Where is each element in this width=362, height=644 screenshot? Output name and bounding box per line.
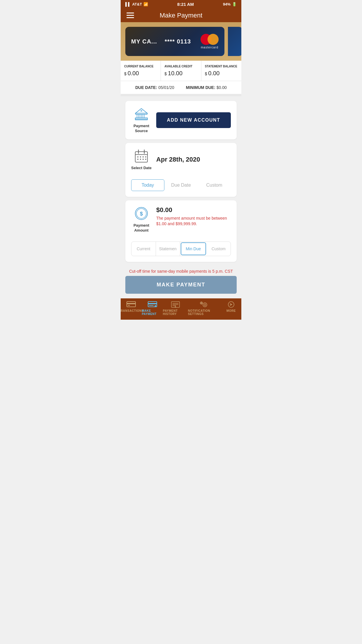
battery-icon: 🔋 <box>232 2 237 6</box>
amount-options: Current Statemen Min Due Custom <box>131 242 231 256</box>
svg-point-14 <box>143 156 144 158</box>
nav-transactions[interactable]: TRANSACTIONS <box>121 301 142 316</box>
status-right: 94% 🔋 <box>223 2 237 6</box>
amount-icon-area: $ PaymentAmount <box>131 206 152 233</box>
nav-payment-history-label: PAYMENT HISTORY <box>163 309 188 316</box>
svg-point-36 <box>204 304 206 306</box>
payment-amount-label: PaymentAmount <box>133 223 149 233</box>
nav-more[interactable]: MORE <box>221 301 241 316</box>
available-credit-amount: $ 10.00 <box>164 70 197 77</box>
date-option-today[interactable]: Today <box>131 179 164 191</box>
due-date-value: 05/01/20 <box>158 85 174 90</box>
svg-marker-3 <box>136 108 147 113</box>
svg-rect-24 <box>127 303 136 304</box>
svg-point-16 <box>137 159 138 160</box>
nav-transactions-label: TRANSACTIONS <box>121 309 144 312</box>
transactions-icon <box>126 301 136 308</box>
credit-card[interactable]: MY CA... **** 0113 mastercard <box>125 27 224 56</box>
svg-text:$: $ <box>140 211 143 217</box>
amount-top-row: $ PaymentAmount $0.00 The payment amount… <box>131 206 231 233</box>
select-date-card: Select Date Apr 28th, 2020 Today Due Dat… <box>125 143 237 197</box>
battery-percent: 94% <box>223 2 231 6</box>
wifi-icon: 📶 <box>143 2 148 6</box>
svg-rect-5 <box>140 114 141 118</box>
notification-settings-icon <box>200 301 209 308</box>
statement-balance-item: STATEMENT BALANCE $ 0.00 <box>201 61 241 81</box>
minimum-due-item: MINIMUM DUE: $0.00 <box>186 85 227 90</box>
payment-source-card: PaymentSource ADD NEW ACCOUNT <box>125 101 237 139</box>
amount-option-min-due[interactable]: Min Due <box>181 242 206 255</box>
bottom-nav: TRANSACTIONS MAKE PAYMENT $ PAYMENT HIST… <box>121 298 241 320</box>
nav-notification-settings-label: NOTIFICATION SETTINGS <box>188 309 221 316</box>
mc-circle-right <box>208 34 219 45</box>
date-top-row: Select Date Apr 28th, 2020 <box>131 149 231 171</box>
svg-rect-25 <box>128 305 130 306</box>
card-number: **** 0113 <box>165 38 191 45</box>
current-balance-item: CURRENT BALANCE $ 0.00 <box>121 61 161 81</box>
svg-rect-27 <box>148 303 157 304</box>
make-payment-button[interactable]: MAKE PAYMENT <box>125 276 237 294</box>
mastercard-logo: mastercard <box>201 34 219 49</box>
bank-icon <box>134 107 149 121</box>
statement-balance-amount: $ 0.00 <box>205 70 238 77</box>
svg-point-19 <box>145 159 146 160</box>
card-partial <box>228 27 241 56</box>
select-date-label: Select Date <box>131 166 152 171</box>
nav-more-label: MORE <box>226 309 236 312</box>
svg-rect-4 <box>137 114 138 118</box>
svg-point-17 <box>140 159 141 160</box>
date-option-due-date[interactable]: Due Date <box>164 179 198 191</box>
mastercard-text: mastercard <box>201 46 218 49</box>
dollar-circle-icon: $ <box>134 206 149 221</box>
payment-history-icon: $ <box>171 301 180 308</box>
svg-point-18 <box>143 159 144 160</box>
more-icon <box>226 301 236 308</box>
calendar-icon <box>134 149 149 163</box>
current-balance-label: CURRENT BALANCE <box>124 65 157 68</box>
date-options: Today Due Date Custom <box>131 179 231 191</box>
payment-source-icon-area: PaymentSource <box>131 107 152 134</box>
svg-point-13 <box>140 156 141 158</box>
status-left: ▌▌ AT&T 📶 <box>125 2 148 6</box>
svg-point-35 <box>203 303 207 307</box>
hamburger-menu[interactable] <box>126 13 134 18</box>
available-credit-item: AVAILABLE CREDIT $ 10.00 <box>161 61 201 81</box>
cutoff-notice: Cut-off time for same-day mobile payment… <box>121 267 241 276</box>
card-name-number: MY CA... **** 0113 <box>131 38 191 45</box>
nav-make-payment-label: MAKE PAYMENT <box>142 309 163 316</box>
card-name: MY CA... <box>131 38 157 45</box>
carrier-name: AT&T <box>132 2 142 6</box>
signal-icon: ▌▌ <box>125 2 131 6</box>
svg-rect-2 <box>135 119 147 120</box>
amount-details: $0.00 The payment amount must be between… <box>156 206 231 227</box>
payment-amount-card: $ PaymentAmount $0.00 The payment amount… <box>125 200 237 262</box>
balance-row: CURRENT BALANCE $ 0.00 AVAILABLE CREDIT … <box>121 61 241 81</box>
card-carousel: MY CA... **** 0113 mastercard <box>121 22 241 61</box>
svg-rect-6 <box>143 114 144 118</box>
available-credit-label: AVAILABLE CREDIT <box>164 65 197 68</box>
amount-option-statement[interactable]: Statemen <box>156 242 180 256</box>
nav-make-payment[interactable]: MAKE PAYMENT <box>142 301 163 316</box>
due-date-item: DUE DATE: 05/01/20 <box>135 85 174 90</box>
svg-text:$: $ <box>175 305 176 308</box>
page-title: Make Payment <box>160 12 203 19</box>
current-date-value: Apr 28th, 2020 <box>156 156 200 163</box>
amount-option-custom[interactable]: Custom <box>207 242 231 256</box>
nav-notification-settings[interactable]: NOTIFICATION SETTINGS <box>188 301 221 316</box>
date-icon-area: Select Date <box>131 149 152 171</box>
header: Make Payment <box>121 8 241 22</box>
date-option-custom[interactable]: Custom <box>198 179 231 191</box>
add-new-account-button[interactable]: ADD NEW ACCOUNT <box>156 112 231 128</box>
nav-payment-history[interactable]: $ PAYMENT HISTORY <box>163 301 188 316</box>
status-bar: ▌▌ AT&T 📶 8:21 AM 94% 🔋 <box>121 0 241 8</box>
content-area: PaymentSource ADD NEW ACCOUNT <box>121 96 241 267</box>
amount-error: The payment amount must be between $1.00… <box>156 216 231 227</box>
amount-value: $0.00 <box>156 206 231 214</box>
mastercard-circles <box>201 34 219 45</box>
payment-source-label: PaymentSource <box>133 124 149 134</box>
amount-option-current[interactable]: Current <box>131 242 156 256</box>
due-date-row: DUE DATE: 05/01/20 MINIMUM DUE: $0.00 <box>121 81 241 96</box>
make-payment-icon <box>148 301 157 308</box>
status-time: 8:21 AM <box>177 2 194 7</box>
svg-point-12 <box>137 156 138 158</box>
